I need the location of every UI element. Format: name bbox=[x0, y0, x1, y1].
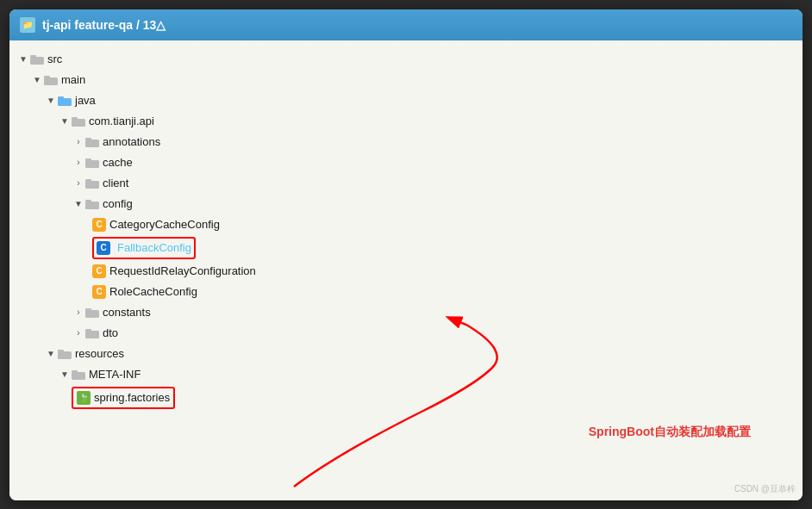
badge-requestid: C bbox=[92, 264, 106, 278]
title-bar: 📁 tj-api feature-qa / 13△ bbox=[9, 9, 803, 40]
tree-item-dto[interactable]: › dto bbox=[9, 323, 803, 344]
svg-rect-13 bbox=[85, 179, 91, 182]
tree-item-fallback-config[interactable]: C FallbackConfig bbox=[9, 235, 803, 261]
svg-rect-16 bbox=[85, 310, 99, 318]
chevron-meta-inf[interactable]: ▼ bbox=[58, 366, 72, 383]
title-bar-text: tj-api feature-qa / 13△ bbox=[42, 18, 166, 32]
folder-icon-dto bbox=[85, 327, 99, 338]
tree-item-com-tianji-api[interactable]: ▼ com.tianji.api bbox=[9, 111, 803, 132]
svg-rect-1 bbox=[30, 55, 36, 58]
svg-rect-4 bbox=[58, 98, 72, 106]
svg-rect-21 bbox=[58, 350, 64, 352]
chevron-src[interactable]: ▼ bbox=[16, 51, 30, 68]
tree-item-cache[interactable]: › cache bbox=[9, 152, 803, 173]
svg-rect-11 bbox=[85, 158, 91, 161]
chevron-cache[interactable]: › bbox=[72, 154, 85, 171]
folder-icon-cache bbox=[85, 157, 99, 168]
svg-rect-3 bbox=[44, 76, 50, 78]
label-category-cache-config: CategoryCacheConfig bbox=[109, 216, 220, 233]
tree-item-category-cache-config[interactable]: C CategoryCacheConfig bbox=[9, 214, 803, 235]
spring-file-icon: 🍃 bbox=[77, 391, 91, 405]
folder-icon-annotations bbox=[85, 136, 99, 147]
tree-item-requestid-relay[interactable]: C RequestIdRelayConfiguration bbox=[9, 261, 803, 282]
svg-rect-20 bbox=[58, 351, 72, 359]
label-constants: constants bbox=[103, 304, 151, 321]
svg-rect-6 bbox=[72, 119, 85, 127]
svg-rect-23 bbox=[72, 370, 78, 373]
chevron-annotations[interactable]: › bbox=[72, 133, 85, 151]
annotation-text: SpringBoot自动装配加载配置 bbox=[589, 425, 751, 438]
label-client: client bbox=[103, 175, 128, 192]
label-annotations: annotations bbox=[103, 133, 160, 151]
folder-icon-config bbox=[85, 198, 99, 209]
label-java: java bbox=[75, 92, 96, 109]
tree-item-resources[interactable]: ▼ resources bbox=[9, 344, 803, 364]
label-role-cache-config: RoleCacheConfig bbox=[109, 283, 197, 301]
svg-rect-10 bbox=[85, 160, 99, 168]
chevron-resources[interactable]: ▼ bbox=[44, 345, 58, 363]
watermark: CSDN @豆恭梓 bbox=[734, 483, 796, 495]
tree-item-meta-inf[interactable]: ▼ META-INF bbox=[9, 364, 803, 385]
label-cache: cache bbox=[103, 154, 133, 171]
svg-rect-8 bbox=[85, 140, 99, 147]
folder-icon-com-tianji bbox=[72, 115, 85, 127]
folder-icon-java bbox=[58, 95, 72, 106]
label-dto: dto bbox=[103, 325, 118, 342]
tree-item-main[interactable]: ▼ main bbox=[9, 70, 803, 90]
annotation-area: SpringBoot自动装配加载配置 bbox=[589, 425, 751, 440]
badge-fallback: C bbox=[97, 241, 110, 255]
chevron-config[interactable]: ▼ bbox=[72, 196, 85, 213]
chevron-client[interactable]: › bbox=[72, 175, 85, 192]
svg-rect-5 bbox=[58, 96, 64, 99]
badge-category: C bbox=[92, 218, 106, 232]
tree-item-src[interactable]: ▼ src bbox=[9, 49, 803, 70]
svg-rect-18 bbox=[85, 331, 99, 338]
chevron-main[interactable]: ▼ bbox=[30, 71, 44, 89]
svg-rect-15 bbox=[85, 200, 91, 202]
label-meta-inf: META-INF bbox=[89, 366, 141, 383]
folder-icon-constants bbox=[85, 307, 99, 318]
chevron-dto[interactable]: › bbox=[72, 325, 85, 342]
tree-item-client[interactable]: › client bbox=[9, 173, 803, 194]
main-window: 📁 tj-api feature-qa / 13△ ▼ src ▼ main ▼ bbox=[9, 9, 803, 500]
tree-item-java[interactable]: ▼ java bbox=[9, 90, 803, 111]
chevron-constants[interactable]: › bbox=[72, 304, 85, 321]
svg-rect-7 bbox=[72, 117, 78, 120]
svg-rect-19 bbox=[85, 329, 91, 332]
label-config: config bbox=[103, 196, 133, 213]
title-bar-icon: 📁 bbox=[20, 17, 35, 33]
svg-rect-9 bbox=[85, 138, 91, 140]
label-src: src bbox=[47, 51, 62, 68]
label-com-tianji-api: com.tianji.api bbox=[89, 113, 154, 130]
label-main: main bbox=[61, 71, 85, 89]
folder-icon-meta-inf bbox=[72, 369, 85, 380]
folder-icon-src bbox=[30, 53, 44, 65]
label-spring-factories: spring.factories bbox=[94, 389, 170, 407]
folder-icon-main bbox=[44, 74, 58, 85]
tree-item-constants[interactable]: › constants bbox=[9, 302, 803, 323]
tree-item-config[interactable]: ▼ config bbox=[9, 194, 803, 214]
chevron-com-tianji[interactable]: ▼ bbox=[58, 113, 72, 130]
svg-rect-12 bbox=[85, 181, 99, 189]
spring-factories-highlight: 🍃 spring.factories bbox=[72, 387, 175, 409]
tree-item-annotations[interactable]: › annotations bbox=[9, 132, 803, 152]
label-fallback-config: FallbackConfig bbox=[117, 239, 191, 257]
folder-icon-client bbox=[85, 177, 99, 189]
svg-rect-14 bbox=[85, 202, 99, 209]
tree-item-role-cache-config[interactable]: C RoleCacheConfig bbox=[9, 282, 803, 302]
svg-rect-17 bbox=[85, 308, 91, 311]
file-tree-content: ▼ src ▼ main ▼ java ▼ bbox=[9, 40, 803, 500]
label-requestid-relay: RequestIdRelayConfiguration bbox=[109, 263, 256, 280]
chevron-java[interactable]: ▼ bbox=[44, 92, 58, 109]
badge-role: C bbox=[92, 285, 106, 299]
svg-rect-22 bbox=[72, 372, 85, 380]
folder-icon-resources bbox=[58, 348, 72, 359]
tree-item-spring-factories[interactable]: 🍃 spring.factories bbox=[9, 385, 803, 411]
fallback-config-highlight: C FallbackConfig bbox=[92, 237, 196, 259]
label-resources: resources bbox=[75, 345, 124, 363]
svg-rect-2 bbox=[44, 78, 58, 85]
svg-rect-0 bbox=[30, 57, 44, 65]
